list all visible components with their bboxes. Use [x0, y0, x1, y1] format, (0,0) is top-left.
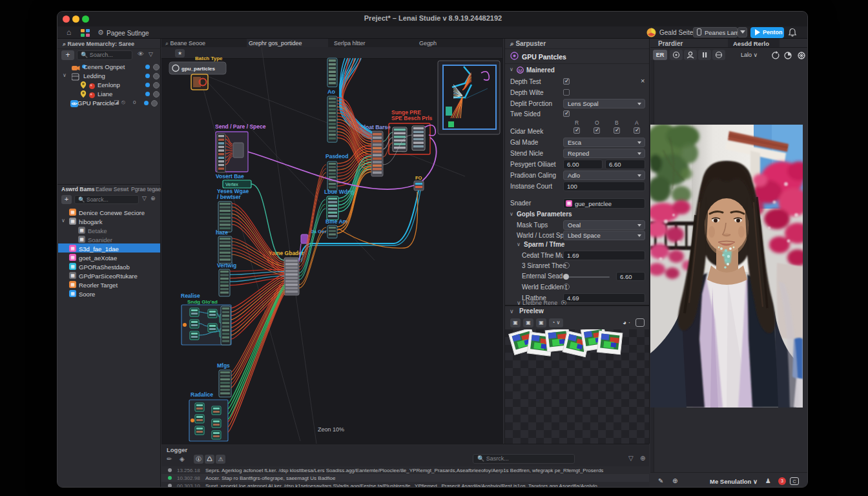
svg-text:Mfgs: Mfgs	[217, 362, 230, 369]
svg-text:Sndg Glo'ad: Sndg Glo'ad	[187, 299, 218, 305]
svg-text:Batch Type: Batch Type	[195, 56, 223, 61]
svg-text:Vosert Bae: Vosert Bae	[216, 173, 244, 180]
svg-text:Ao: Ao	[327, 88, 335, 95]
svg-text:gpu_particles: gpu_particles	[181, 66, 216, 72]
svg-text:Realise: Realise	[181, 293, 200, 299]
svg-text:Radalice: Radalice	[191, 391, 213, 398]
svg-text:M: M	[519, 68, 522, 73]
svg-text:Pasdeod: Pasdeod	[326, 153, 348, 160]
svg-text:Send / Pare / Spece: Send / Pare / Spece	[215, 123, 266, 130]
svg-text:Yame Gbader: Yame Gbader	[269, 250, 304, 256]
svg-text:SPE Besch Prls: SPE Besch Prls	[391, 115, 433, 121]
svg-text:/ bewtser: / bewtser	[217, 194, 242, 200]
svg-text:Vertwig: Vertwig	[217, 262, 236, 269]
svg-text:FO: FO	[415, 175, 422, 181]
svg-text:Vertex: Vertex	[225, 182, 238, 187]
svg-text:Zeon 10%: Zeon 10%	[318, 426, 344, 433]
svg-text:haze: haze	[216, 229, 228, 236]
